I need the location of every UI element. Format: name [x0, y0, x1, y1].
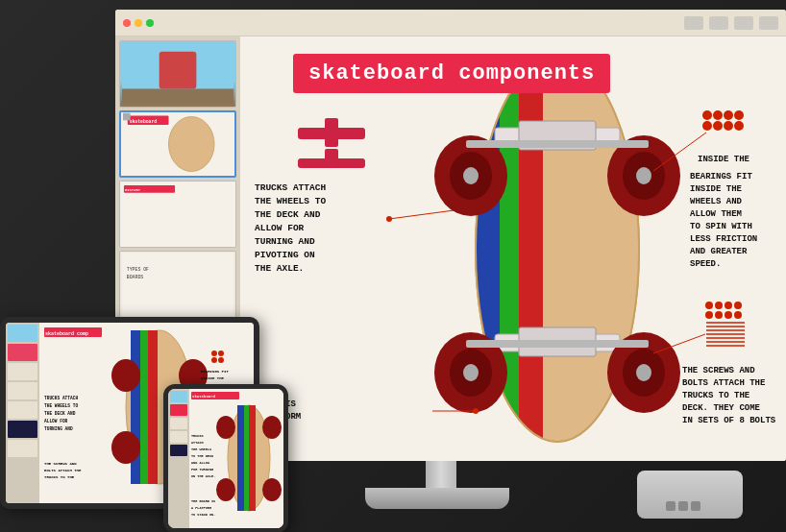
svg-point-51: [463, 364, 479, 381]
svg-text:THE BOARD IS: THE BOARD IS: [191, 499, 215, 503]
thumb-img-2: skateboard: [121, 112, 234, 176]
svg-point-74: [705, 302, 713, 309]
svg-text:THE WHEELS TO: THE WHEELS TO: [44, 403, 78, 408]
svg-text:DECK. THEY COME: DECK. THEY COME: [682, 403, 761, 413]
slide-thumbnail-2[interactable]: skateboard: [119, 110, 236, 178]
svg-text:INSIDE THE: INSIDE THE: [690, 184, 743, 194]
svg-point-57: [713, 110, 723, 120]
slide-thumbnail-3[interactable]: HISTORY: [119, 181, 236, 248]
maximize-button[interactable]: [146, 19, 154, 27]
svg-rect-21: [325, 149, 338, 168]
svg-text:THE DECK AND: THE DECK AND: [255, 209, 321, 220]
svg-text:PIVOTING ON: PIVOTING ON: [255, 250, 315, 260]
svg-point-76: [725, 302, 732, 309]
svg-rect-105: [140, 330, 148, 484]
toolbar-icon-1: [684, 16, 703, 30]
tablet-thumb-1: [8, 325, 37, 342]
svg-text:TURNING AND: TURNING AND: [255, 236, 315, 247]
svg-point-62: [724, 121, 733, 131]
svg-text:BOLTS ATTACH THE: BOLTS ATTACH THE: [44, 469, 82, 472]
svg-text:THE WHEELS TO: THE WHEELS TO: [255, 196, 326, 206]
slide-thumbnail-4[interactable]: TYPES OF BOARDS: [119, 251, 236, 318]
tablet-thumb-4: [8, 382, 37, 399]
svg-point-107: [111, 359, 140, 392]
svg-point-30: [386, 216, 392, 222]
tablet-thumb-5: [8, 401, 37, 419]
svg-text:TRUCKS: TRUCKS: [191, 434, 204, 438]
minimize-button[interactable]: [135, 19, 142, 27]
svg-point-138: [216, 478, 235, 501]
svg-point-81: [734, 311, 742, 319]
close-button[interactable]: [123, 19, 131, 27]
svg-point-63: [734, 121, 744, 131]
slide-thumbnail-1[interactable]: [119, 40, 236, 108]
svg-point-54: [636, 364, 651, 381]
port-2: [678, 501, 688, 511]
phone-device[interactable]: skateboard: [163, 384, 288, 532]
svg-rect-11: [122, 253, 233, 316]
monitor-stand-base: [365, 488, 509, 509]
port-3: [691, 501, 700, 511]
svg-rect-55: [466, 340, 649, 348]
toolbar-icon-2: [709, 16, 728, 30]
svg-rect-19: [325, 118, 338, 147]
svg-point-96: [473, 408, 479, 414]
svg-point-78: [705, 311, 713, 319]
svg-text:THE WHEELS: THE WHEELS: [191, 447, 211, 451]
svg-text:ALLOW FOR: ALLOW FOR: [44, 419, 68, 423]
phone-main-content: skateboard: [189, 389, 283, 528]
svg-point-58: [724, 110, 733, 120]
phone-thumb-2: [170, 404, 187, 416]
svg-point-112: [218, 351, 224, 356]
toolbar-icons: [684, 16, 778, 30]
svg-rect-134: [244, 405, 249, 511]
phone-thumb-3: [170, 418, 187, 429]
svg-text:ALLOW THEM: ALLOW THEM: [690, 209, 742, 219]
svg-text:TO THE DECK: TO THE DECK: [191, 454, 214, 458]
svg-text:TRUCKS ATTACH: TRUCKS ATTACH: [255, 182, 326, 193]
tablet-thumb-2: [8, 344, 37, 361]
svg-text:WHEELS AND: WHEELS AND: [690, 197, 743, 206]
svg-text:BEARINGS FIT: BEARINGS FIT: [690, 172, 752, 181]
svg-point-139: [262, 478, 282, 501]
svg-point-60: [702, 121, 712, 131]
svg-text:BEARINGS FIT: BEARINGS FIT: [201, 370, 229, 374]
svg-text:skateboard: skateboard: [192, 395, 216, 399]
svg-text:HISTORY: HISTORY: [125, 188, 141, 192]
app-toolbar[interactable]: [115, 10, 786, 36]
svg-point-61: [713, 121, 723, 131]
mac-mini: [637, 471, 743, 519]
svg-text:INSIDE THE: INSIDE THE: [698, 155, 750, 164]
svg-text:BOARDS: BOARDS: [127, 275, 143, 279]
svg-text:THE SCREWS AND: THE SCREWS AND: [682, 366, 755, 375]
svg-rect-133: [237, 405, 244, 511]
svg-text:ALLOW FOR: ALLOW FOR: [255, 223, 305, 233]
svg-point-42: [463, 167, 479, 184]
svg-rect-135: [249, 405, 256, 511]
tablet-thumb-3: [8, 363, 37, 380]
thumb-img-1: [120, 41, 235, 107]
svg-text:THE DECK AND: THE DECK AND: [44, 411, 76, 416]
svg-rect-46: [466, 140, 649, 148]
svg-rect-2: [160, 52, 197, 89]
svg-point-75: [715, 302, 723, 309]
phone-thumb-5: [170, 445, 187, 456]
svg-text:TO STAND ON.: TO STAND ON.: [191, 513, 215, 517]
slide-illustration: TRUCKS ATTACH THE WHEELS TO THE DECK AND…: [240, 36, 786, 461]
svg-text:skateboard comp: skateboard comp: [45, 331, 88, 337]
svg-text:TRUCKS TO THE: TRUCKS TO THE: [682, 391, 750, 400]
svg-point-137: [262, 416, 282, 439]
svg-text:FOR TURNING: FOR TURNING: [191, 468, 213, 472]
svg-text:TYPES OF: TYPES OF: [127, 267, 149, 272]
svg-point-113: [211, 357, 217, 363]
svg-text:ATTACH: ATTACH: [191, 441, 204, 445]
svg-point-45: [636, 167, 651, 184]
svg-rect-1: [122, 88, 233, 105]
phone-screen: skateboard: [168, 389, 283, 528]
svg-text:THE SCREWS AND: THE SCREWS AND: [44, 462, 77, 466]
svg-text:TRUCKS TO THE: TRUCKS TO THE: [44, 475, 75, 479]
title-banner: skateboard components: [293, 54, 610, 93]
svg-rect-106: [148, 330, 158, 484]
port-1: [666, 501, 675, 511]
svg-point-56: [702, 110, 712, 120]
